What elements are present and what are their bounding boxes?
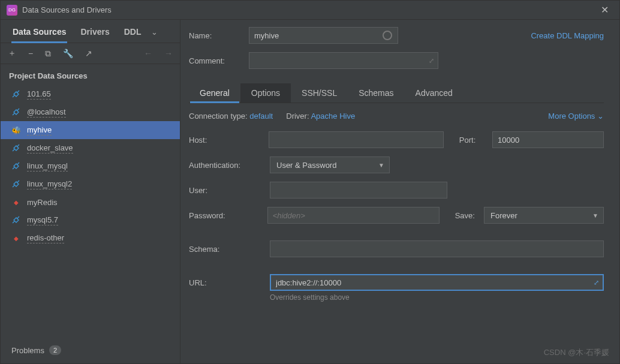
sidebar-item-myredis[interactable]: ◆myRedis xyxy=(1,193,180,211)
sidebar-item-docker-slave[interactable]: docker_slave xyxy=(1,139,180,157)
wrench-icon[interactable]: 🔧 xyxy=(61,47,76,59)
save-label: Save: xyxy=(455,211,484,220)
sidebar-item-mysql5-7[interactable]: mysql5.7 xyxy=(1,211,180,229)
driver-label: Driver: xyxy=(286,112,309,121)
name-input[interactable] xyxy=(249,27,398,44)
datasource-icon: 🐝 xyxy=(11,126,21,135)
datasource-icon xyxy=(11,180,21,188)
expand-icon[interactable]: ⤢ xyxy=(429,57,434,65)
sidebar-item-redis-other[interactable]: ◆redis-other xyxy=(1,229,180,247)
comment-label: Comment: xyxy=(189,56,249,65)
sidebar-toolbar: ＋ − ⧉ 🔧 ↗ ← → xyxy=(1,43,180,64)
problems-row[interactable]: Problems 2 xyxy=(1,337,180,363)
sidebar-item-label: redis-other xyxy=(27,233,64,243)
add-button[interactable]: ＋ xyxy=(5,47,19,60)
forward-button[interactable]: → xyxy=(162,47,175,59)
host-input[interactable] xyxy=(269,131,444,148)
datasource-icon xyxy=(11,144,21,152)
tab-ddl[interactable]: DDL xyxy=(117,23,149,43)
tab-ssh-ssl[interactable]: SSH/SSL xyxy=(291,83,348,103)
section-header: Project Data Sources xyxy=(1,64,180,85)
titlebar: DG Data Sources and Drivers ✕ xyxy=(1,1,619,20)
tab-data-sources[interactable]: Data Sources xyxy=(5,23,73,43)
remove-button[interactable]: − xyxy=(26,47,35,59)
sidebar-item-label: mysql5.7 xyxy=(27,215,58,225)
schema-input[interactable] xyxy=(270,240,604,257)
window-title: Data Sources and Drivers xyxy=(22,5,596,14)
expand-icon[interactable]: ⤢ xyxy=(594,279,599,287)
export-icon[interactable]: ↗ xyxy=(83,47,95,59)
user-label: User: xyxy=(189,186,270,195)
dropdown-arrow-icon: ▼ xyxy=(378,162,384,169)
sidebar-item-label: docker_slave xyxy=(27,143,73,154)
host-label: Host: xyxy=(189,136,269,145)
url-label: URL: xyxy=(189,278,270,287)
chevron-down-icon[interactable]: ⌄ xyxy=(149,24,160,43)
sidebar-item-myhive[interactable]: 🐝myhive xyxy=(1,121,180,139)
datasource-icon xyxy=(11,162,21,170)
copy-button[interactable]: ⧉ xyxy=(43,47,53,60)
tab-schemas[interactable]: Schemas xyxy=(348,83,404,103)
data-source-list: 101.65@localhost🐝myhivedocker_slavelinux… xyxy=(1,85,180,337)
tab-drivers[interactable]: Drivers xyxy=(73,23,116,43)
tab-general[interactable]: General xyxy=(189,83,240,103)
password-label: Password: xyxy=(189,211,267,220)
datasource-icon: ◆ xyxy=(11,199,21,206)
url-input[interactable] xyxy=(270,274,604,291)
close-icon[interactable]: ✕ xyxy=(596,2,613,18)
sidebar: Data Sources Drivers DDL ⌄ ＋ − ⧉ 🔧 ↗ ← →… xyxy=(1,20,180,363)
sidebar-item-linux-mysql[interactable]: linux_mysql xyxy=(1,157,180,175)
sidebar-item-label: linux_mysql xyxy=(27,161,68,172)
auth-label: Authentication: xyxy=(189,161,270,170)
port-label: Port: xyxy=(459,136,492,145)
auth-select[interactable]: User & Password▼ xyxy=(270,157,390,173)
problems-count-badge: 2 xyxy=(49,345,61,355)
datasource-icon xyxy=(11,108,21,116)
datasource-icon: ◆ xyxy=(11,235,21,242)
back-button[interactable]: ← xyxy=(142,47,155,59)
schema-label: Schema: xyxy=(189,245,270,254)
comment-input[interactable]: ⤢ xyxy=(249,52,438,69)
chevron-down-icon: ⌄ xyxy=(597,112,604,121)
sidebar-item-label: @localhost xyxy=(27,107,66,118)
problems-label: Problems xyxy=(11,346,44,355)
sidebar-item-linux-mysql2[interactable]: linux_mysql2 xyxy=(1,175,180,193)
dropdown-arrow-icon: ▼ xyxy=(592,212,598,219)
conn-type-label: Connection type: xyxy=(189,112,248,121)
tab-options[interactable]: Options xyxy=(240,83,291,103)
datasource-icon xyxy=(11,216,21,224)
sidebar-item-101-65[interactable]: 101.65 xyxy=(1,85,180,103)
sidebar-item-label: myRedis xyxy=(27,198,58,207)
app-icon: DG xyxy=(7,5,17,16)
sidebar-item--localhost[interactable]: @localhost xyxy=(1,103,180,121)
url-hint: Overrides settings above xyxy=(270,293,604,302)
driver-value[interactable]: Apache Hive xyxy=(311,112,355,121)
sidebar-item-label: linux_mysql2 xyxy=(27,179,72,189)
name-label: Name: xyxy=(189,31,249,40)
tab-advanced[interactable]: Advanced xyxy=(405,83,464,103)
password-input[interactable] xyxy=(267,207,440,224)
main-panel: Name: Create DDL Mapping Comment: ⤢ Gene… xyxy=(180,20,619,363)
save-select[interactable]: Forever▼ xyxy=(484,207,604,224)
create-ddl-mapping-link[interactable]: Create DDL Mapping xyxy=(531,31,604,40)
watermark: CSDN @木·石季媛 xyxy=(544,347,609,358)
sidebar-item-label: myhive xyxy=(27,125,52,136)
conn-type-value[interactable]: default xyxy=(249,112,273,121)
datasource-icon xyxy=(11,90,21,98)
sidebar-item-label: 101.65 xyxy=(27,89,51,100)
port-input[interactable] xyxy=(492,131,604,148)
user-input[interactable] xyxy=(270,182,447,198)
detail-tabs: General Options SSH/SSL Schemas Advanced xyxy=(189,83,604,103)
sidebar-tabs: Data Sources Drivers DDL ⌄ xyxy=(1,20,180,43)
more-options-link[interactable]: More Options ⌄ xyxy=(548,112,604,121)
